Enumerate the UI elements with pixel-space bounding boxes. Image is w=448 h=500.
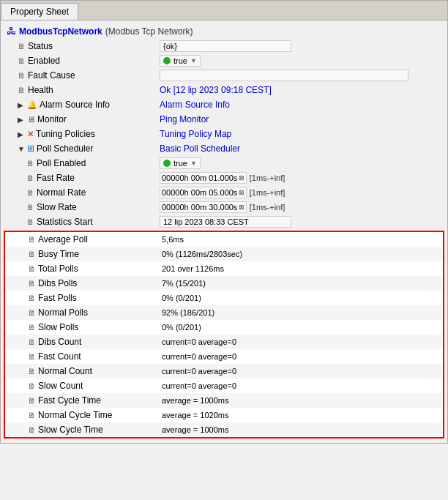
value-normalCycleTime: average = 1020ms <box>159 408 443 422</box>
row-normalCount: 🗎 Normal Count current=0 average=0 <box>5 364 443 378</box>
value-enabled[interactable]: true ▼ <box>157 53 444 68</box>
stats-table: 🗎 Average Poll 5,6ms 🗎 Busy Time 0% (112… <box>5 232 443 437</box>
value-normal-rate[interactable]: 00000h 00m 05.000s ⊠ [1ms-+inf] <box>157 185 444 200</box>
expander-alarm[interactable]: ▶ <box>18 101 25 109</box>
row-slow-rate: 🗎 Slow Rate 00000h 00m 30.000s ⊠ [1ms-+i… <box>4 200 444 214</box>
file-icon-slowPolls: 🗎 <box>28 323 36 332</box>
label-statistics-start: Statistics Start <box>37 217 93 227</box>
file-icon-busyTime: 🗎 <box>28 250 36 258</box>
value-status: {ok} <box>157 39 444 53</box>
file-icon-fast-rate: 🗎 <box>26 173 34 182</box>
value-statistics-start: 12 lip 2023 08:33 CEST <box>157 214 444 229</box>
value-poll-scheduler[interactable]: Basic Poll Scheduler <box>157 141 444 156</box>
row-poll-enabled: 🗎 Poll Enabled true ▼ <box>4 156 444 171</box>
value-slowPolls: 0% (0/201) <box>159 320 443 335</box>
tuning-link[interactable]: Tuning Policy Map <box>160 129 231 139</box>
value-tuning[interactable]: Tuning Policy Map <box>157 127 444 141</box>
row-fastCount: 🗎 Fast Count current=0 average=0 <box>5 349 443 364</box>
value-dibsCount: current=0 average=0 <box>159 335 443 349</box>
tab-bar: Property Sheet <box>1 1 447 20</box>
value-monitor[interactable]: Ping Monitor <box>157 112 444 127</box>
dropdown-arrow-enabled[interactable]: ▼ <box>190 57 197 64</box>
label-monitor: Monitor <box>37 114 67 124</box>
label-poll-scheduler: Poll Scheduler <box>37 143 93 154</box>
content-area: 🖧 ModbusTcpNetwork (Modbus Tcp Network) … <box>1 20 447 443</box>
value-dibsPolls: 7% (15/201) <box>159 276 443 291</box>
row-status: 🗎 Status {ok} <box>4 39 444 53</box>
file-icon-slowCycleTime: 🗎 <box>28 425 36 434</box>
normal-rate-value: 00000h 00m 05.000s <box>162 188 237 197</box>
label-normal-rate: Normal Rate <box>37 187 86 198</box>
tab-property-sheet[interactable]: Property Sheet <box>1 3 78 20</box>
row-fastCycleTime: 🗎 Fast Cycle Time average = 1000ms <box>5 393 443 408</box>
label-dibsCount: Dibs Count <box>38 337 81 347</box>
monitor-link[interactable]: Ping Monitor <box>160 114 209 124</box>
property-sheet-window: Property Sheet 🖧 ModbusTcpNetwork (Modbu… <box>0 0 448 444</box>
label-fastCycleTime: Fast Cycle Time <box>38 395 101 406</box>
rate-spinner-fast[interactable]: ⊠ <box>239 174 244 182</box>
row-slowCount: 🗎 Slow Count current=0 average=0 <box>5 378 443 393</box>
row-fault-cause: 🗎 Fault Cause <box>4 68 444 83</box>
value-slow-rate[interactable]: 00000h 00m 30.000s ⊠ [1ms-+inf] <box>157 200 444 214</box>
normal-rate-hint: [1ms-+inf] <box>250 188 285 197</box>
alarm-link[interactable]: Alarm Source Info <box>160 100 230 110</box>
value-normalCount: current=0 average=0 <box>159 364 443 378</box>
label-status: Status <box>28 41 53 51</box>
rate-spinner-slow[interactable]: ⊠ <box>239 204 244 211</box>
file-icon-fault: 🗎 <box>18 71 26 80</box>
value-averagePoll: 5,6ms <box>159 232 443 247</box>
row-poll-scheduler: ▼ ⊞ Poll Scheduler Basic Poll Scheduler <box>4 141 444 156</box>
stats-section: 🗎 Average Poll 5,6ms 🗎 Busy Time 0% (112… <box>4 231 444 439</box>
row-enabled: 🗎 Enabled true ▼ <box>4 53 444 68</box>
row-slowPolls: 🗎 Slow Polls 0% (0/201) <box>5 320 443 335</box>
value-fast-rate[interactable]: 00000h 00m 01.000s ⊠ [1ms-+inf] <box>157 171 444 185</box>
top-properties-table: 🗎 Status {ok} 🗎 Enabled <box>4 39 444 229</box>
file-icon-status: 🗎 <box>18 42 26 51</box>
file-icon-slowCount: 🗎 <box>28 381 36 390</box>
file-icon-health: 🗎 <box>18 86 26 94</box>
value-fastPolls: 0% (0/201) <box>159 291 443 305</box>
expander-monitor[interactable]: ▶ <box>18 116 25 124</box>
label-normalCount: Normal Count <box>38 366 92 376</box>
label-health: Health <box>28 85 53 95</box>
rate-spinner-normal[interactable]: ⊠ <box>239 189 244 196</box>
file-icon-totalPolls: 🗎 <box>28 264 36 273</box>
network-icon: 🖧 <box>7 26 16 37</box>
tab-label: Property Sheet <box>10 7 69 17</box>
row-fast-rate: 🗎 Fast Rate 00000h 00m 01.000s ⊠ [1ms-+i… <box>4 171 444 185</box>
value-alarm[interactable]: Alarm Source Info <box>157 97 444 112</box>
fast-rate-value: 00000h 00m 01.000s <box>162 173 237 182</box>
expander-poll[interactable]: ▼ <box>18 145 25 153</box>
fast-rate-hint: [1ms-+inf] <box>250 173 285 182</box>
health-link[interactable]: Ok [12 lip 2023 09:18 CEST] <box>160 85 272 95</box>
alarm-icon: 🔔 <box>27 100 37 110</box>
row-normalCycleTime: 🗎 Normal Cycle Time average = 1020ms <box>5 408 443 422</box>
file-icon-dibsCount: 🗎 <box>28 337 36 346</box>
label-fastCount: Fast Count <box>38 351 81 362</box>
node-name[interactable]: ModbusTcpNetwork <box>19 26 102 37</box>
row-slowCycleTime: 🗎 Slow Cycle Time average = 1000ms <box>5 422 443 437</box>
node-header: 🖧 ModbusTcpNetwork (Modbus Tcp Network) <box>4 23 444 39</box>
green-dot-poll <box>163 160 171 167</box>
file-icon-normalPolls: 🗎 <box>28 308 36 317</box>
row-totalPolls: 🗎 Total Polls 201 over 1126ms <box>5 261 443 276</box>
slow-rate-value: 00000h 00m 30.000s <box>162 203 237 212</box>
row-alarm: ▶ 🔔 Alarm Source Info Alarm Source Info <box>4 97 444 112</box>
slow-rate-hint: [1ms-+inf] <box>250 203 285 212</box>
row-dibsCount: 🗎 Dibs Count current=0 average=0 <box>5 335 443 349</box>
row-averagePoll: 🗎 Average Poll 5,6ms <box>5 232 443 247</box>
label-averagePoll: Average Poll <box>38 234 88 245</box>
label-dibsPolls: Dibs Polls <box>38 278 77 288</box>
enabled-text: true <box>173 56 187 65</box>
row-health: 🗎 Health Ok [12 lip 2023 09:18 CEST] <box>4 83 444 97</box>
value-health[interactable]: Ok [12 lip 2023 09:18 CEST] <box>157 83 444 97</box>
expander-tuning[interactable]: ▶ <box>18 130 25 138</box>
label-normalPolls: Normal Polls <box>38 307 88 318</box>
poll-enabled-text: true <box>173 159 187 168</box>
dropdown-arrow-poll[interactable]: ▼ <box>190 160 197 167</box>
value-poll-enabled[interactable]: true ▼ <box>157 156 444 171</box>
file-icon-enabled: 🗎 <box>18 56 26 65</box>
label-poll-enabled: Poll Enabled <box>37 158 86 168</box>
poll-scheduler-link[interactable]: Basic Poll Scheduler <box>160 143 240 154</box>
monitor-icon: 🖥 <box>27 115 35 124</box>
